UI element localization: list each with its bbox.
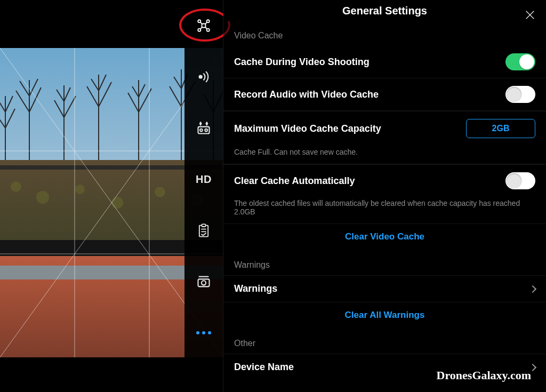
drone-icon[interactable] — [193, 15, 214, 36]
settings-header: General Settings — [223, 0, 546, 21]
chevron-right-icon — [529, 285, 536, 292]
row-device-name[interactable]: Device Name — [223, 354, 546, 380]
row-label: Warnings — [234, 283, 277, 294]
page-title: General Settings — [342, 5, 427, 17]
section-warnings: Warnings — [223, 250, 546, 275]
toggle-clear-auto[interactable] — [505, 172, 535, 189]
clear-all-warnings-button[interactable]: Clear All Warnings — [223, 302, 546, 328]
clipboard-icon[interactable] — [193, 220, 214, 241]
svg-point-30 — [205, 129, 207, 132]
row-record-audio: Record Audio with Video Cache — [223, 78, 546, 110]
clear-video-cache-button[interactable]: Clear Video Cache — [223, 223, 546, 250]
row-warnings[interactable]: Warnings — [223, 275, 546, 302]
row-label: Device Name — [234, 362, 294, 373]
svg-point-5 — [75, 185, 85, 194]
svg-point-6 — [111, 197, 123, 209]
svg-point-35 — [202, 281, 206, 285]
settings-panel: Video Cache Cache During Video Shooting … — [223, 21, 546, 392]
row-clear-auto: Clear Cache Automatically The oldest cac… — [223, 164, 546, 223]
settings-category-rail: HD — [184, 0, 223, 392]
svg-point-19 — [207, 20, 210, 22]
row-label: Clear Cache Automatically — [234, 175, 355, 187]
clear-auto-note: The oldest cached files will automatical… — [223, 197, 546, 221]
svg-point-20 — [198, 29, 200, 31]
capacity-selector[interactable]: 2GB — [466, 119, 535, 138]
svg-point-3 — [11, 181, 21, 192]
svg-point-7 — [155, 187, 165, 197]
svg-rect-32 — [202, 224, 206, 227]
close-button[interactable] — [523, 7, 537, 22]
row-cache-during-shooting: Cache During Video Shooting — [223, 46, 546, 78]
row-max-capacity: Maximum Video Cache Capacity 2GB Cache F… — [223, 110, 546, 164]
camera-icon[interactable] — [193, 271, 214, 292]
svg-point-21 — [207, 29, 210, 31]
section-video-cache: Video Cache — [223, 21, 546, 46]
svg-point-29 — [200, 129, 203, 132]
section-other: Other — [223, 328, 546, 354]
chevron-right-icon — [529, 363, 536, 371]
svg-point-27 — [206, 123, 208, 125]
svg-point-26 — [200, 123, 202, 125]
more-icon[interactable] — [193, 322, 214, 343]
svg-point-18 — [198, 20, 200, 22]
svg-point-23 — [199, 75, 202, 78]
toggle-record-audio[interactable] — [505, 86, 535, 103]
capacity-note: Cache Full. Can not save new cache. — [223, 146, 546, 162]
svg-rect-22 — [202, 24, 206, 28]
row-label: Maximum Video Cache Capacity — [234, 123, 381, 134]
hd-icon[interactable]: HD — [193, 169, 214, 190]
svg-point-4 — [36, 191, 49, 204]
row-label: Record Audio with Video Cache — [234, 89, 379, 100]
signal-icon[interactable] — [193, 66, 214, 87]
row-label: Cache During Video Shooting — [234, 57, 370, 68]
controller-icon[interactable] — [193, 117, 214, 139]
toggle-cache-during-shooting[interactable] — [505, 53, 535, 70]
